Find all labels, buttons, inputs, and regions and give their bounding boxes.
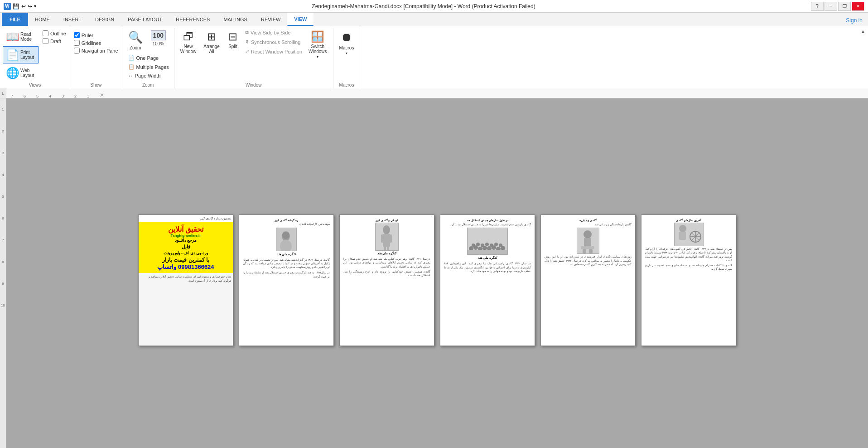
- svg-point-35: [679, 225, 686, 232]
- split-button[interactable]: ⊟ Split: [224, 28, 242, 51]
- arrange-all-button[interactable]: ⊞ ArrangeAll: [200, 28, 223, 56]
- restore-button[interactable]: ❐: [838, 2, 851, 11]
- reset-window-position-button[interactable]: ⤢ Reset Window Position: [243, 47, 304, 56]
- v-ruler-tick-6: 6: [2, 207, 4, 229]
- page-6: آخرین سال‌های گاندی: [641, 214, 736, 346]
- svg-point-22: [481, 243, 484, 247]
- switch-windows-dropdown-arrow: ▾: [317, 55, 318, 59]
- quick-access-save[interactable]: 💾: [13, 3, 19, 10]
- zoom-button[interactable]: 🔍 Zoom: [125, 28, 146, 53]
- draft-checkbox[interactable]: Draft: [42, 38, 67, 44]
- svg-point-29: [583, 230, 592, 239]
- new-window-icon: 🗗: [183, 30, 194, 43]
- tab-references[interactable]: REFERENCES: [169, 13, 217, 26]
- svg-rect-10: [387, 246, 389, 251]
- quick-access-undo[interactable]: ↩: [21, 3, 26, 10]
- help-button[interactable]: ?: [811, 2, 824, 11]
- minimize-button[interactable]: −: [825, 2, 837, 11]
- ad-title: تحقیق آنلاین: [141, 225, 230, 234]
- collapse-ribbon-button[interactable]: ▲: [858, 26, 868, 36]
- outline-check-input[interactable]: [43, 30, 48, 36]
- v-ruler-tick-3: 3: [2, 142, 4, 164]
- page-5-body2: روزه‌های سیاسی گاندی ابزار قدرتمندی در م…: [545, 255, 632, 266]
- synchronous-scrolling-button[interactable]: ⇕ Synchronous Scrolling: [243, 38, 304, 46]
- page-width-button[interactable]: ↔ Page Width: [126, 72, 171, 80]
- draft-check-input[interactable]: [43, 38, 48, 44]
- gridlines-checkbox[interactable]: Gridlines: [73, 39, 102, 46]
- sign-in-link[interactable]: Sign in: [840, 15, 868, 26]
- show-checkboxes: Ruler Gridlines Navigation Pane: [73, 28, 119, 82]
- v-ruler-tick-10: 10: [1, 294, 5, 316]
- web-layout-button[interactable]: 🌐 WebLayout: [3, 64, 39, 82]
- page-width-label: Page Width: [135, 73, 161, 78]
- page-1: تحقیق درباره گاندی کبیر تحقیق آنلاین Tah…: [138, 214, 233, 346]
- window-controls: ? − ❐ ✕: [811, 2, 864, 11]
- ad-phone: 09981366624 واتساپ: [141, 263, 230, 270]
- views-group-label: Views: [29, 82, 41, 88]
- one-page-button[interactable]: 📄 One Page: [126, 54, 171, 62]
- zoom-group-label: Zoom: [142, 82, 154, 88]
- svg-rect-31: [581, 246, 594, 249]
- read-mode-button[interactable]: 📖 ReadMode: [3, 28, 39, 45]
- horizontal-ruler: 7 6 5 4 3 2 1 ✕: [6, 88, 868, 98]
- tab-home[interactable]: HOME: [28, 13, 57, 26]
- new-window-button[interactable]: 🗗 NewWindow: [177, 28, 200, 56]
- macros-button[interactable]: ⏺ Macros ▾: [336, 28, 357, 58]
- split-icon: ⊟: [228, 30, 237, 43]
- ruler-label: Ruler: [82, 33, 93, 38]
- page-6-title: آخرین سال‌های گاندی: [645, 219, 732, 222]
- tab-design[interactable]: DESIGN: [88, 13, 121, 26]
- outline-label: Outline: [50, 31, 66, 36]
- svg-point-5: [383, 225, 390, 234]
- macros-dropdown-arrow: ▾: [346, 51, 347, 55]
- v-ruler-tick-9: 9: [2, 273, 4, 294]
- zoom-100-button[interactable]: 100 100%: [148, 28, 169, 49]
- new-window-label: NewWindow: [180, 44, 197, 54]
- svg-rect-7: [381, 234, 384, 243]
- macros-icon: ⏺: [341, 30, 352, 44]
- view-side-by-side-button[interactable]: ⧉ View Side by Side: [243, 28, 304, 37]
- window-group-label: Window: [246, 82, 262, 88]
- tab-review[interactable]: REVIEW: [254, 13, 287, 26]
- page-3-content: کودکی و گاندی کبیر کنگره م: [340, 215, 434, 281]
- switch-windows-button[interactable]: 🪟 SwitchWindows ▾: [305, 28, 330, 61]
- zoom-100-icon: 100: [151, 30, 166, 40]
- zoom-buttons: 🔍 Zoom 100 100% 📄 One Page 📋 Multiple Pa…: [125, 28, 171, 82]
- tab-insert[interactable]: INSERT: [57, 13, 88, 26]
- reset-window-position-label: Reset Window Position: [251, 49, 302, 54]
- ruler-corner: L: [0, 88, 6, 98]
- title-text: Zendeginameh-Mahatma-Gandi.docx [Compati…: [36, 3, 811, 10]
- vertical-ruler: 1 2 3 4 5 6 7 8 9 10: [0, 98, 6, 448]
- ruler-tick-cross: ✕: [100, 92, 104, 98]
- print-layout-button[interactable]: 📄 PrintLayout: [3, 46, 39, 63]
- svg-rect-8: [389, 234, 392, 243]
- v-ruler-tick-8: 8: [2, 251, 4, 273]
- svg-rect-27: [467, 250, 507, 255]
- synchronous-scrolling-icon: ⇕: [245, 39, 249, 45]
- ribbon-group-show: Ruler Gridlines Navigation Pane Show: [70, 28, 122, 88]
- gridlines-check-input[interactable]: [74, 40, 80, 46]
- svg-rect-30: [584, 238, 591, 247]
- tab-page-layout[interactable]: PAGE LAYOUT: [121, 13, 169, 26]
- tab-view[interactable]: VIEW: [287, 13, 313, 26]
- v-ruler-tick-4: 4: [2, 164, 4, 185]
- ruler-check-input[interactable]: [74, 32, 80, 38]
- outline-checkbox[interactable]: Outline: [42, 30, 67, 37]
- ruler-tick-4: 4: [49, 94, 51, 98]
- page-1-header: تحقیق درباره گاندی کبیر: [139, 215, 233, 222]
- multiple-pages-button[interactable]: 📋 Multiple Pages: [126, 63, 171, 71]
- tab-mailings[interactable]: MAILINGS: [217, 13, 254, 26]
- ribbon-group-window: 🗗 NewWindow ⊞ ArrangeAll ⊟ Split ⧉ View …: [174, 28, 333, 88]
- close-button[interactable]: ✕: [852, 2, 864, 11]
- navigation-pane-checkbox[interactable]: Navigation Pane: [73, 47, 119, 54]
- title-bar: W 💾 ↩ ↪ ▾ Zendeginameh-Mahatma-Gandi.doc…: [0, 0, 868, 13]
- view-side-by-side-label: View Side by Side: [251, 30, 290, 35]
- tab-file[interactable]: FILE: [2, 13, 28, 26]
- page-3: کودکی و گاندی کبیر کنگره م: [339, 214, 434, 346]
- quick-access-redo[interactable]: ↪: [28, 3, 32, 10]
- navigation-pane-check-input[interactable]: [74, 48, 80, 54]
- ruler-checkbox[interactable]: Ruler: [73, 32, 94, 39]
- page-5: گاندی و مبارزه گاندی بارها دستگیر و زندا…: [540, 214, 636, 346]
- page-6-body2: گاندی با کلمات هه رام جاودانه شد و به نم…: [645, 263, 732, 271]
- macros-label: Macros: [339, 45, 354, 50]
